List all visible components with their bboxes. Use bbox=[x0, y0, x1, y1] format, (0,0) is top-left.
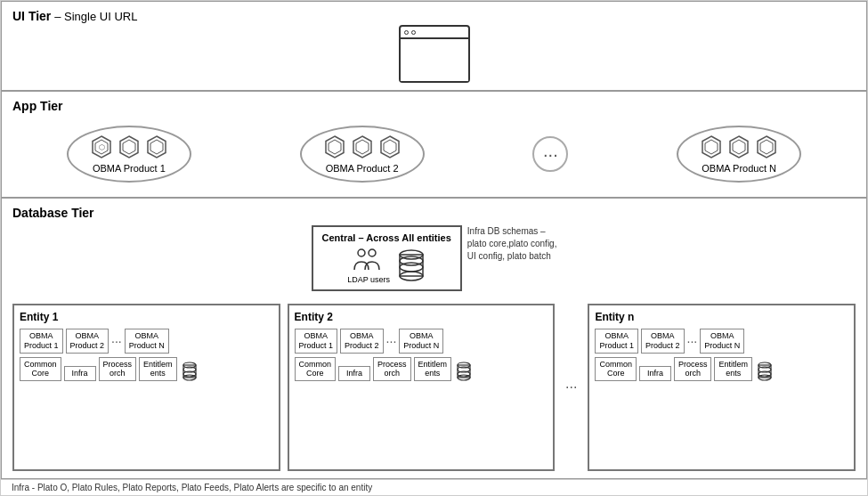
browser-body bbox=[401, 39, 468, 81]
entity-n-entitlements: Entitlements bbox=[714, 357, 752, 382]
browser-dot-2 bbox=[411, 30, 416, 35]
entity-n-product-n: OBMAProduct N bbox=[700, 329, 744, 354]
entity-2-box: Entity 2 OBMAProduct 1 OBMAProduct 2 ···… bbox=[288, 304, 556, 471]
entity-n-box: Entity n OBMAProduct 1 OBMAProduct 2 ···… bbox=[588, 304, 856, 471]
entity-1-product-n: OBMAProduct N bbox=[125, 329, 169, 354]
entity-1-label: Entity 1 bbox=[20, 311, 273, 323]
entities-separator-dots: ··· bbox=[562, 304, 580, 471]
ldap-label: LDAP users bbox=[347, 275, 390, 284]
svg-marker-8 bbox=[329, 140, 341, 154]
entity-1-products-row: OBMAProduct 1 OBMAProduct 2 ··· OBMAProd… bbox=[20, 329, 273, 354]
entity-1-infra: Infra bbox=[64, 366, 96, 381]
app-product-n-label: OBMA Product N bbox=[702, 163, 776, 174]
product-n-hex-row bbox=[699, 134, 779, 159]
entity-2-entitlements: Entitlements bbox=[414, 357, 452, 382]
entity-1-db-icon bbox=[182, 362, 198, 381]
db-tier-section: Database Tier Central – Across All entit… bbox=[1, 198, 867, 479]
entity-2-dots: ··· bbox=[386, 334, 397, 348]
hex-icon-p1-3 bbox=[144, 134, 169, 159]
entity-n-process-orch: Processorch bbox=[674, 357, 712, 382]
entity-1-entitlements: Entitlements bbox=[139, 357, 177, 382]
entity-n-products-row: OBMAProduct 1 OBMAProduct 2 ··· OBMAProd… bbox=[595, 329, 848, 354]
hex-icon-p2-1 bbox=[322, 134, 347, 159]
entity-n-infra: Infra bbox=[639, 366, 671, 381]
entity-2-db-icon bbox=[456, 362, 472, 381]
entity-1-dots: ··· bbox=[111, 334, 122, 348]
app-tier-products: ⬡ OBMA Product 1 bbox=[12, 118, 856, 190]
ui-tier-label: UI Tier – Single UI URL bbox=[12, 9, 137, 23]
app-product-2-label: OBMA Product 2 bbox=[326, 163, 399, 174]
svg-marker-16 bbox=[733, 140, 745, 154]
svg-text:⬡: ⬡ bbox=[98, 143, 104, 151]
svg-point-20 bbox=[369, 249, 376, 256]
svg-marker-14 bbox=[705, 140, 718, 154]
product-1-hex-row: ⬡ bbox=[89, 134, 169, 159]
central-icons-row: LDAP users bbox=[347, 247, 426, 284]
db-central-wrapper: Central – Across All entities LDAP users bbox=[12, 225, 856, 297]
entity-2-infra: Infra bbox=[338, 366, 370, 381]
db-tier-label: Database Tier bbox=[12, 206, 856, 220]
central-box: Central – Across All entities LDAP users bbox=[312, 225, 462, 291]
entity-n-bottom-row: CommonCore Infra Processorch Entitlement… bbox=[595, 357, 848, 382]
hex-icon-pn-2 bbox=[726, 134, 751, 159]
svg-point-25 bbox=[400, 263, 423, 272]
entity-n-common-core: CommonCore bbox=[595, 357, 637, 382]
hex-icon-pn-3 bbox=[754, 134, 779, 159]
central-box-title: Central – Across All entities bbox=[322, 232, 451, 243]
entities-row: Entity 1 OBMAProduct 1 OBMAProduct 2 ···… bbox=[12, 304, 856, 471]
ui-tier-icon-area bbox=[12, 9, 856, 83]
entity-1-common-core: CommonCore bbox=[20, 357, 61, 382]
entity-n-product-2: OBMAProduct 2 bbox=[641, 329, 685, 354]
footer-note: Infra - Plato O, Plato Rules, Plato Repo… bbox=[1, 479, 867, 495]
browser-icon bbox=[399, 25, 470, 83]
db-cylinder-svg bbox=[397, 248, 426, 282]
entity-2-process-orch: Processorch bbox=[373, 357, 411, 382]
entity-2-products-row: OBMAProduct 1 OBMAProduct 2 ··· OBMAProd… bbox=[295, 329, 548, 354]
svg-marker-12 bbox=[384, 140, 396, 154]
entity-2-common-core: CommonCore bbox=[295, 357, 337, 382]
entity-1-process-orch: Processorch bbox=[99, 357, 137, 382]
entity-1-product-1: OBMAProduct 1 bbox=[20, 329, 63, 354]
browser-dot-1 bbox=[404, 30, 409, 35]
entity-2-product-n: OBMAProduct N bbox=[399, 329, 443, 354]
entity-2-product-2: OBMAProduct 2 bbox=[340, 329, 384, 354]
ui-tier-section: UI Tier – Single UI URL bbox=[1, 1, 867, 91]
db-cylinder bbox=[397, 248, 426, 282]
entity-2-product-1: OBMAProduct 1 bbox=[295, 329, 338, 354]
svg-marker-6 bbox=[150, 140, 163, 154]
product-2-hex-row bbox=[322, 134, 402, 159]
ldap-icon: LDAP users bbox=[347, 247, 390, 284]
svg-marker-18 bbox=[760, 140, 773, 154]
entity-1-box: Entity 1 OBMAProduct 1 OBMAProduct 2 ···… bbox=[12, 304, 280, 471]
app-tier-section: App Tier ⬡ bbox=[1, 91, 867, 198]
entity-n-dots: ··· bbox=[687, 334, 698, 348]
browser-titlebar bbox=[401, 27, 468, 39]
hex-icon-p1-1: ⬡ bbox=[89, 134, 114, 159]
entity-n-product-1: OBMAProduct 1 bbox=[595, 329, 638, 354]
ldap-users-svg bbox=[353, 247, 385, 273]
entity-1-product-2: OBMAProduct 2 bbox=[66, 329, 110, 354]
app-product-1-label: OBMA Product 1 bbox=[93, 163, 166, 174]
svg-marker-4 bbox=[123, 140, 135, 154]
infra-db-note: Infra DB schemas – plato core,plato conf… bbox=[467, 225, 557, 263]
app-product-1-oval: ⬡ OBMA Product 1 bbox=[67, 126, 191, 183]
entity-n-db-icon bbox=[757, 362, 773, 381]
entity-2-bottom-row: CommonCore Infra Processorch Entitlement… bbox=[295, 357, 548, 382]
app-product-2-oval: OBMA Product 2 bbox=[300, 126, 425, 183]
hex-icon-p1-2 bbox=[117, 134, 142, 159]
app-tier-label: App Tier bbox=[12, 99, 856, 113]
hex-icon-p2-2 bbox=[350, 134, 375, 159]
app-tier-dots: ··· bbox=[532, 136, 568, 172]
entity-2-label: Entity 2 bbox=[295, 311, 548, 323]
hex-icon-pn-1 bbox=[699, 134, 724, 159]
hex-icon-p2-3 bbox=[377, 134, 402, 159]
entity-1-bottom-row: CommonCore Infra Processorch Entitlement… bbox=[20, 357, 273, 382]
entity-n-label: Entity n bbox=[595, 311, 848, 323]
app-product-n-oval: OBMA Product N bbox=[677, 126, 801, 183]
svg-marker-10 bbox=[356, 140, 369, 154]
svg-point-19 bbox=[358, 249, 365, 256]
